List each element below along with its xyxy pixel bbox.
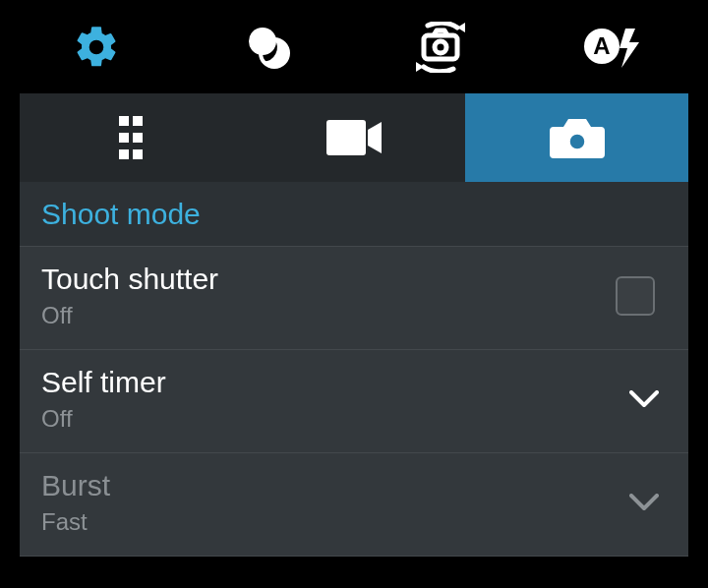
auto-flash-icon: A bbox=[582, 25, 643, 70]
section-header-shoot-mode: Shoot mode bbox=[20, 182, 688, 247]
filters-button[interactable] bbox=[182, 25, 354, 70]
gear-icon bbox=[72, 23, 121, 72]
svg-point-3 bbox=[435, 41, 446, 53]
svg-rect-10 bbox=[119, 149, 129, 159]
row-labels: Touch shutter Off bbox=[41, 263, 616, 329]
svg-rect-11 bbox=[133, 149, 143, 159]
overlap-circles-icon bbox=[242, 25, 295, 70]
row-value: Off bbox=[41, 302, 616, 329]
row-self-timer[interactable]: Self timer Off bbox=[20, 350, 688, 453]
mode-tabbar bbox=[20, 93, 688, 182]
row-labels: Burst Fast bbox=[41, 469, 629, 536]
switch-camera-icon bbox=[408, 22, 473, 73]
settings-panel: Shoot mode Touch shutter Off Self timer … bbox=[20, 93, 688, 557]
svg-rect-7 bbox=[133, 116, 143, 126]
row-title: Burst bbox=[41, 469, 629, 502]
tab-misc[interactable] bbox=[20, 93, 243, 182]
auto-flash-button[interactable]: A bbox=[526, 25, 698, 70]
svg-rect-6 bbox=[119, 116, 129, 126]
top-toolbar: A bbox=[0, 0, 708, 93]
svg-rect-8 bbox=[119, 133, 129, 143]
video-icon bbox=[326, 120, 382, 155]
svg-text:A: A bbox=[593, 32, 610, 59]
row-labels: Self timer Off bbox=[41, 366, 629, 433]
settings-button[interactable] bbox=[10, 23, 182, 72]
chevron-down-icon bbox=[629, 390, 659, 408]
row-title: Self timer bbox=[41, 366, 629, 399]
section-title: Shoot mode bbox=[41, 198, 201, 231]
grid-dots-icon bbox=[119, 116, 143, 159]
camera-icon bbox=[550, 117, 605, 158]
row-value: Fast bbox=[41, 508, 629, 536]
switch-camera-button[interactable] bbox=[354, 22, 526, 73]
tab-video[interactable] bbox=[243, 93, 466, 182]
svg-rect-9 bbox=[133, 133, 143, 143]
row-value: Off bbox=[41, 405, 629, 433]
camera-settings-app: A bbox=[0, 0, 708, 588]
svg-rect-12 bbox=[326, 120, 366, 155]
chevron-down-icon bbox=[629, 494, 659, 511]
tab-photo[interactable] bbox=[465, 93, 688, 182]
touch-shutter-checkbox[interactable] bbox=[616, 276, 655, 316]
row-title: Touch shutter bbox=[41, 263, 616, 296]
row-burst[interactable]: Burst Fast bbox=[20, 453, 688, 557]
row-touch-shutter[interactable]: Touch shutter Off bbox=[20, 247, 688, 350]
